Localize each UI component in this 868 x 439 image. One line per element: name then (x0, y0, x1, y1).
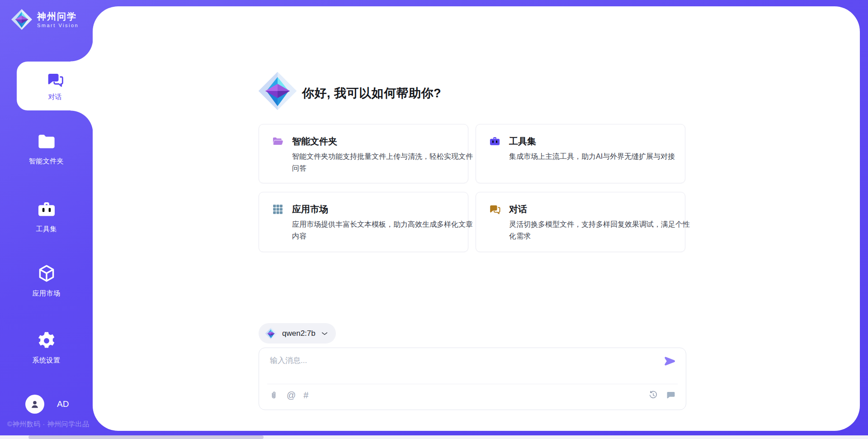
chat-icon (46, 71, 64, 89)
card-title: 应用市场 (292, 203, 328, 215)
sidebar-item-app-market[interactable]: 应用市场 (0, 263, 93, 298)
diamond-logo-icon (11, 8, 33, 31)
app-subtitle: Smart Vision (37, 23, 79, 28)
scrollbar-thumb[interactable] (28, 435, 264, 439)
card-description: 应用市场提供丰富长文本模板，助力高效生成多样化文章内容 (292, 219, 475, 242)
avatar (25, 395, 44, 414)
greeting-title: 你好, 我可以如何帮助你? (302, 85, 441, 101)
grid-icon (272, 203, 284, 215)
person-icon (29, 398, 41, 410)
chat-bubble-icon[interactable] (666, 390, 676, 400)
card-chat[interactable]: 对话 灵活切换多模型文件，支持多样回复效果调试，满足个性化需求 (476, 192, 685, 252)
chat-icon (489, 203, 501, 215)
tab-notch-top (71, 39, 93, 62)
composer-divider (267, 384, 678, 384)
card-description: 集成市场上主流工具，助力AI与外界无缝扩展与对接 (509, 151, 692, 162)
sidebar-item-smart-folder[interactable]: 智能文件夹 (0, 131, 93, 166)
sidebar-item-label: 应用市场 (0, 289, 93, 298)
card-app-market[interactable]: 应用市场 应用市场提供丰富长文本模板，助力高效生成多样化文章内容 (259, 192, 468, 252)
card-title: 工具集 (509, 135, 536, 148)
app-brand: 神州问学 Smart Vision (11, 8, 79, 31)
card-description: 灵活切换多模型文件，支持多样回复效果调试，满足个性化需求 (509, 219, 692, 242)
toolbox-icon (36, 199, 57, 220)
send-icon[interactable] (664, 355, 676, 367)
folder-open-icon (272, 135, 284, 148)
sidebar-item-label: 工具集 (0, 225, 93, 234)
message-composer: @ # (259, 348, 686, 410)
card-toolset[interactable]: 工具集 集成市场上主流工具，助力AI与外界无缝扩展与对接 (476, 124, 685, 183)
sidebar-item-label: 智能文件夹 (0, 157, 93, 166)
sidebar-item-label: 对话 (48, 93, 62, 101)
cube-icon (36, 263, 57, 284)
folder-icon (36, 131, 57, 152)
app-title: 神州问学 (37, 11, 79, 22)
hash-icon[interactable]: # (303, 390, 308, 400)
model-name: qwen2:7b (282, 329, 316, 338)
card-title: 对话 (509, 203, 527, 215)
diamond-logo-icon (265, 327, 277, 340)
at-icon[interactable]: @ (287, 390, 296, 400)
card-title: 智能文件夹 (292, 135, 337, 148)
user-name: AD (57, 399, 69, 409)
copyright-footer: ©神州数码 · 神州问学出品 (7, 420, 89, 429)
card-smart-folder[interactable]: 智能文件夹 智能文件夹功能支持批量文件上传与清洗，轻松实现文件问答 (259, 124, 468, 183)
chevron-down-icon (321, 329, 329, 338)
diamond-logo-icon (258, 71, 297, 111)
paperclip-icon[interactable] (269, 390, 279, 400)
toolbox-icon (489, 135, 501, 148)
model-selector[interactable]: qwen2:7b (259, 323, 336, 344)
sidebar-item-label: 系统设置 (0, 356, 93, 365)
sidebar-item-settings[interactable]: 系统设置 (0, 330, 93, 365)
tab-notch-bottom (71, 110, 93, 133)
history-icon[interactable] (648, 390, 658, 400)
message-input[interactable] (269, 354, 660, 382)
user-profile[interactable]: AD (25, 395, 69, 414)
gear-icon (36, 330, 57, 351)
sidebar-item-toolset[interactable]: 工具集 (0, 199, 93, 234)
card-description: 智能文件夹功能支持批量文件上传与清洗，轻松实现文件问答 (292, 151, 475, 174)
sidebar-item-chat[interactable]: 对话 (17, 62, 93, 110)
